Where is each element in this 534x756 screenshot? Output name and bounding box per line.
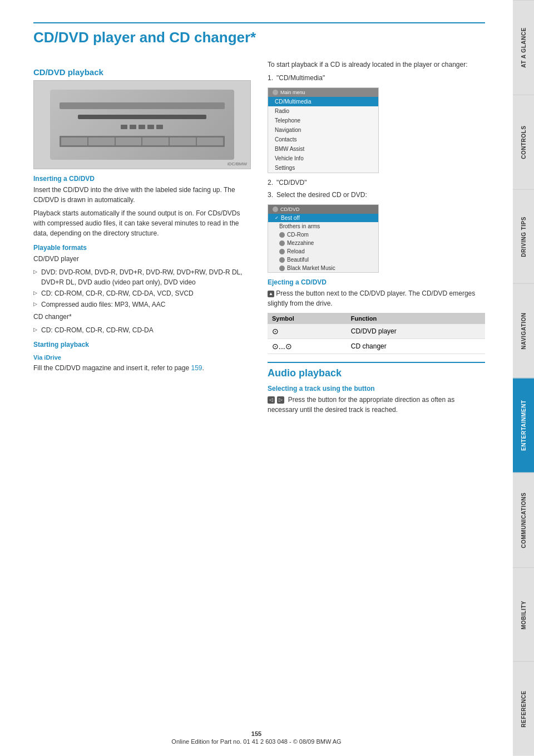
symbol-1: ⊙ xyxy=(268,324,347,339)
list-item: CD: CD-ROM, CD-R, CD-RW, CD-DA, VCD, SVC… xyxy=(33,288,251,298)
cd-changer-label: CD changer* xyxy=(33,312,251,322)
inserting-heading: Inserting a CD/DVD xyxy=(33,175,251,183)
col-symbol: Symbol xyxy=(268,313,347,324)
steps-list: 1. "CD/Multimedia" xyxy=(268,73,485,83)
two-column-layout: CD/DVD playback xyxy=(33,60,485,418)
sidebar-tab-controls[interactable]: Controls xyxy=(513,95,534,189)
device-btn-4 xyxy=(147,125,154,129)
step-2: 2. "CD/DVD" xyxy=(268,178,485,188)
main-menu-item-1: Radio xyxy=(268,106,378,116)
main-menu-item-7: Settings xyxy=(268,163,378,173)
ejecting-heading: Ejecting a CD/DVD xyxy=(268,278,485,286)
sidebar: At a glance Controls Driving tips Naviga… xyxy=(513,0,534,756)
cd-menu-item-1: Brothers in arms xyxy=(268,222,378,230)
function-1: CD/DVD player xyxy=(347,324,485,339)
main-menu-item-0: CD/Multimedia xyxy=(268,97,378,106)
cd-menu-screenshot: CD/DVD ✓ Best off Brothers in arms CD-Ro… xyxy=(268,204,379,273)
footer-text: Online Edition for Part no. 01 41 2 603 … xyxy=(171,738,341,745)
image-watermark: iDC/BMW xyxy=(228,161,247,166)
cd-menu-item-3: Mezzahine xyxy=(268,239,378,247)
left-column: CD/DVD playback xyxy=(33,60,251,418)
function-2: CD changer xyxy=(347,339,485,354)
step-num-2: 2. xyxy=(268,178,273,188)
check-icon: ✓ xyxy=(275,215,279,220)
step-text-3: Select the desired CD or DVD: xyxy=(276,191,367,199)
sidebar-tab-reference[interactable]: Reference xyxy=(513,661,534,756)
cd-menu-item-4: Reload xyxy=(268,247,378,256)
main-menu-item-4: Contacts xyxy=(268,135,378,144)
steps-list-2: 2. "CD/DVD" 3. Select the desired CD or … xyxy=(268,178,485,200)
cd-changer-list: CD: CD-ROM, CD-R, CD-RW, CD-DA xyxy=(33,325,251,335)
selecting-track-text-content: Press the button for the appropriate dir… xyxy=(268,396,454,414)
step-1: 1. "CD/Multimedia" xyxy=(268,73,485,83)
device-buttons xyxy=(121,125,163,129)
menu-icon xyxy=(273,90,278,95)
playable-formats-heading: Playable formats xyxy=(33,244,251,252)
step-3: 3. Select the desired CD or DVD: xyxy=(268,190,485,200)
cd-menu-item-6: Black Market Music xyxy=(268,264,378,272)
sidebar-tab-entertainment[interactable]: Entertainment xyxy=(513,378,534,473)
starting-playback-heading: Starting playback xyxy=(33,341,251,348)
via-idrive-heading: Via iDrive xyxy=(33,354,251,361)
menu-title: Main menu xyxy=(280,90,305,95)
step-num-3: 3. xyxy=(268,190,273,200)
via-idrive-text: Fill the CD/DVD magazine and insert it, … xyxy=(33,363,251,373)
list-item: CD: CD-ROM, CD-R, CD-RW, CD-DA xyxy=(33,325,251,335)
ejecting-text: ▲ Press the button next to the CD/DVD pl… xyxy=(268,288,485,308)
page-container: CD/DVD player and CD changer* CD/DVD pla… xyxy=(0,0,534,756)
step-text-1: "CD/Multimedia" xyxy=(276,74,325,82)
eject-icon: ▲ xyxy=(268,291,274,297)
device-btn-2 xyxy=(130,125,136,129)
prev-track-icon: ◁ xyxy=(268,396,275,404)
cd-dvd-player-label: CD/DVD player xyxy=(33,254,251,264)
device-image: iDC/BMW xyxy=(33,80,251,169)
device-image-inner xyxy=(50,90,234,160)
table-header: Symbol Function xyxy=(268,313,485,324)
main-menu-item-5: BMW Assist xyxy=(268,144,378,154)
page-footer: 155 Online Edition for Part no. 01 41 2 … xyxy=(0,730,513,745)
intro-text: To start playback if a CD is already loc… xyxy=(268,60,485,70)
symbol-2: ⊙...⊙ xyxy=(268,339,347,354)
sidebar-tab-at-a-glance[interactable]: At a glance xyxy=(513,0,534,95)
cd-menu-title-bar: CD/DVD xyxy=(268,205,378,214)
device-btn-3 xyxy=(139,125,145,129)
main-menu-item-6: Vehicle Info xyxy=(268,154,378,163)
step-num-1: 1. xyxy=(268,73,273,83)
selecting-track-heading: Selecting a track using the button xyxy=(268,385,485,392)
cd-menu-item-5: Beautiful xyxy=(268,256,378,264)
cd-menu-icon xyxy=(273,207,278,212)
list-item: Compressed audio files: MP3, WMA, AAC xyxy=(33,300,251,310)
table-row: ⊙...⊙ CD changer xyxy=(268,339,485,354)
symbol-table: Symbol Function ⊙ CD/DVD player ⊙...⊙ CD… xyxy=(268,313,485,354)
device-slot xyxy=(78,115,206,119)
main-content: CD/DVD player and CD changer* CD/DVD pla… xyxy=(0,0,513,756)
next-track-icon: ▷ xyxy=(277,396,284,404)
dvd-formats-list: DVD: DVD-ROM, DVD-R, DVD+R, DVD-RW, DVD+… xyxy=(33,267,251,310)
table-body: ⊙ CD/DVD player ⊙...⊙ CD changer xyxy=(268,324,485,354)
device-btn-1 xyxy=(121,125,127,129)
device-btn-5 xyxy=(156,125,163,129)
selecting-track-text: ◁ ▷ Press the button for the appropriate… xyxy=(268,395,485,415)
via-idrive-link[interactable]: 159 xyxy=(191,364,202,372)
cd-menu-item-0: ✓ Best off xyxy=(268,214,378,222)
ejecting-text-content: Press the button next to the CD/DVD play… xyxy=(268,289,475,307)
menu-title-bar: Main menu xyxy=(268,88,378,97)
table-row: ⊙ CD/DVD player xyxy=(268,324,485,339)
sidebar-tab-driving-tips[interactable]: Driving tips xyxy=(513,189,534,284)
inserting-text2: Playback starts automatically if the sou… xyxy=(33,208,251,238)
sidebar-tab-navigation[interactable]: Navigation xyxy=(513,283,534,378)
cd-menu-title: CD/DVD xyxy=(280,207,300,212)
inserting-text1: Insert the CD/DVD into the drive with th… xyxy=(33,185,251,205)
right-column: To start playback if a CD is already loc… xyxy=(268,60,485,418)
audio-playback-section: Audio playback Selecting a track using t… xyxy=(268,362,485,415)
page-number: 155 xyxy=(0,730,513,737)
main-menu-screenshot: Main menu CD/Multimedia Radio Telephone … xyxy=(268,87,379,173)
step-text-2: "CD/DVD" xyxy=(276,179,307,186)
col-function: Function xyxy=(347,313,485,324)
sidebar-tab-communications[interactable]: Communications xyxy=(513,473,534,567)
main-menu-item-2: Telephone xyxy=(268,116,378,125)
cd-menu-item-2: CD-Rom xyxy=(268,230,378,239)
list-item: DVD: DVD-ROM, DVD-R, DVD+R, DVD-RW, DVD+… xyxy=(33,267,251,287)
audio-playback-heading: Audio playback xyxy=(268,362,485,379)
sidebar-tab-mobility[interactable]: Mobility xyxy=(513,567,534,662)
